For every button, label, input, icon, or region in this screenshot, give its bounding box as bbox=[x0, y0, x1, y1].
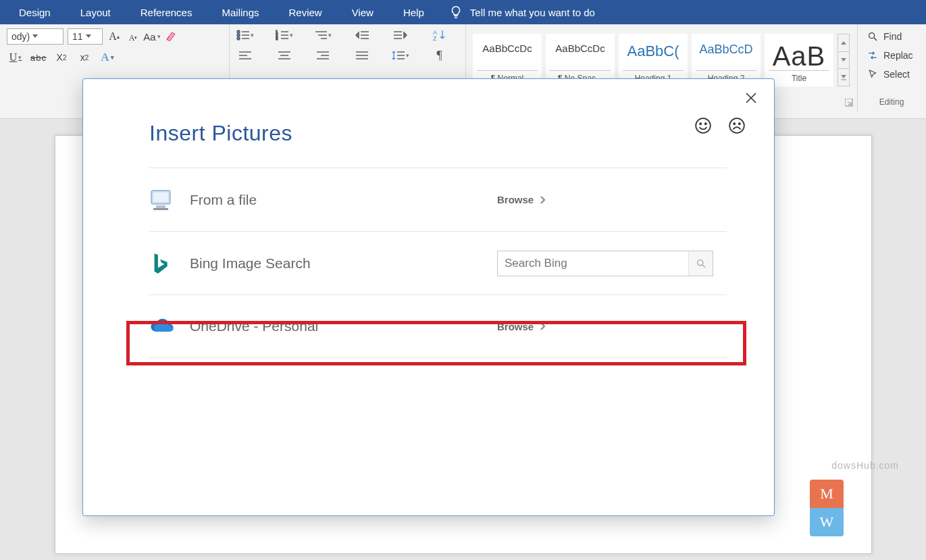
gallery-down-button[interactable] bbox=[838, 52, 849, 70]
svg-point-46 bbox=[700, 123, 701, 124]
tab-references[interactable]: References bbox=[126, 1, 207, 24]
select-button[interactable]: Select bbox=[865, 65, 919, 84]
align-right-button[interactable] bbox=[314, 49, 332, 62]
svg-point-4 bbox=[237, 37, 240, 40]
ribbon-tab-strip: Design Layout References Mailings Review… bbox=[0, 0, 926, 24]
watermark-badge: M W bbox=[810, 480, 844, 536]
svg-point-47 bbox=[705, 123, 706, 124]
browse-onedrive-button[interactable]: Browse bbox=[497, 321, 727, 332]
search-icon bbox=[696, 259, 706, 268]
tell-me-label: Tell me what you want to do bbox=[470, 7, 595, 18]
font-name-value: ody) bbox=[11, 31, 30, 42]
option-onedrive-label: OneDrive - Personal bbox=[190, 318, 497, 334]
tab-view[interactable]: View bbox=[337, 1, 388, 24]
strikethrough-button[interactable]: abc bbox=[31, 50, 46, 65]
bing-search-box bbox=[497, 251, 713, 276]
chevron-right-icon bbox=[540, 196, 546, 204]
grow-font-button[interactable]: A▴ bbox=[107, 29, 122, 44]
numbering-button[interactable]: 123▾ bbox=[276, 28, 293, 42]
sort-button[interactable]: AZ bbox=[431, 28, 448, 42]
smile-icon[interactable] bbox=[694, 117, 712, 134]
svg-point-48 bbox=[729, 118, 744, 133]
bing-search-go[interactable] bbox=[688, 251, 713, 276]
option-bing-label: Bing Image Search bbox=[190, 255, 497, 272]
svg-rect-52 bbox=[153, 193, 168, 202]
font-size-value: 11 bbox=[72, 31, 83, 42]
cursor-icon bbox=[867, 69, 878, 80]
shrink-font-button[interactable]: A▾ bbox=[126, 30, 140, 45]
svg-line-42 bbox=[874, 38, 877, 41]
option-from-file-label: From a file bbox=[190, 192, 497, 208]
chevron-down-icon bbox=[30, 29, 41, 44]
styles-launcher[interactable] bbox=[845, 99, 854, 108]
dialog-title: Insert Pictures bbox=[149, 121, 740, 146]
watermark-w: W bbox=[810, 508, 844, 536]
subscript-button[interactable]: X2 bbox=[54, 50, 69, 65]
styles-gallery-scroll bbox=[838, 34, 850, 86]
svg-point-50 bbox=[739, 123, 740, 124]
gallery-more-button[interactable] bbox=[838, 69, 849, 86]
svg-line-56 bbox=[702, 265, 705, 268]
clear-formatting-button[interactable] bbox=[163, 29, 178, 44]
svg-point-55 bbox=[697, 259, 702, 265]
text-effects-button[interactable]: A▾ bbox=[100, 50, 115, 65]
editing-group: Find Replac Select Editing bbox=[858, 24, 925, 112]
feedback-buttons bbox=[694, 117, 746, 134]
option-bing: Bing Image Search bbox=[149, 231, 727, 295]
svg-text:3: 3 bbox=[276, 36, 278, 41]
svg-point-0 bbox=[237, 30, 240, 33]
chevron-down-icon bbox=[83, 29, 94, 44]
watermark-m: M bbox=[810, 480, 844, 508]
svg-rect-54 bbox=[153, 208, 168, 210]
svg-point-45 bbox=[696, 118, 711, 133]
computer-icon bbox=[149, 188, 190, 211]
tab-mailings[interactable]: Mailings bbox=[207, 1, 274, 24]
option-from-file: From a file Browse bbox=[149, 168, 727, 231]
insert-pictures-dialog: Insert Pictures From a file Browse Bing … bbox=[82, 78, 775, 516]
tab-review[interactable]: Review bbox=[274, 1, 337, 24]
superscript-button[interactable]: x2 bbox=[77, 50, 92, 65]
gallery-up-button[interactable] bbox=[838, 34, 849, 52]
font-name-combo[interactable]: ody) bbox=[7, 28, 63, 45]
replace-button[interactable]: Replac bbox=[865, 46, 919, 65]
find-button[interactable]: Find bbox=[865, 27, 919, 46]
tell-me-search[interactable]: Tell me what you want to do bbox=[448, 5, 595, 20]
search-icon bbox=[867, 31, 878, 42]
watermark-text: dowsHub.com bbox=[831, 460, 899, 471]
align-justify-button[interactable] bbox=[353, 49, 371, 62]
multilevel-list-button[interactable]: ▾ bbox=[314, 28, 332, 42]
tab-help[interactable]: Help bbox=[388, 1, 439, 24]
show-marks-button[interactable]: ¶ bbox=[431, 49, 448, 62]
underline-button[interactable]: U▾ bbox=[8, 50, 23, 65]
tab-design[interactable]: Design bbox=[4, 1, 66, 24]
svg-point-49 bbox=[734, 123, 735, 124]
align-center-button[interactable] bbox=[276, 49, 293, 62]
editing-group-label: Editing bbox=[858, 97, 925, 107]
option-onedrive: OneDrive - Personal Browse bbox=[149, 295, 727, 358]
replace-icon bbox=[867, 50, 878, 61]
svg-point-2 bbox=[237, 34, 240, 36]
tab-layout[interactable]: Layout bbox=[66, 1, 126, 24]
font-size-combo[interactable]: 11 bbox=[68, 28, 103, 45]
close-icon bbox=[745, 92, 757, 104]
increase-indent-button[interactable] bbox=[392, 28, 409, 42]
style-title[interactable]: AaB Title bbox=[765, 34, 833, 86]
line-spacing-button[interactable]: ▾ bbox=[392, 49, 409, 62]
bing-search-input[interactable] bbox=[498, 257, 688, 270]
change-case-button[interactable]: Aa▾ bbox=[145, 29, 159, 44]
svg-text:Z: Z bbox=[433, 35, 437, 41]
svg-rect-53 bbox=[156, 205, 165, 208]
onedrive-icon bbox=[149, 317, 190, 335]
svg-point-41 bbox=[869, 33, 875, 39]
bing-icon bbox=[149, 252, 190, 275]
align-left-button[interactable] bbox=[236, 49, 254, 62]
bullets-button[interactable]: ▾ bbox=[236, 28, 254, 42]
decrease-indent-button[interactable] bbox=[353, 28, 371, 42]
browse-file-button[interactable]: Browse bbox=[497, 194, 727, 205]
chevron-right-icon bbox=[540, 322, 546, 330]
lightbulb-icon bbox=[448, 5, 463, 20]
close-button[interactable] bbox=[742, 88, 761, 107]
frown-icon[interactable] bbox=[728, 117, 746, 134]
